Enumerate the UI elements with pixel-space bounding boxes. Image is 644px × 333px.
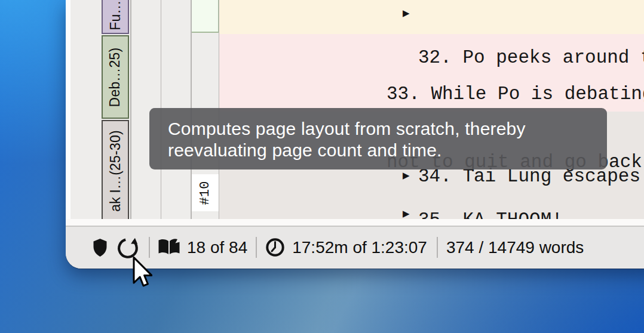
- word-count-label: 374 / 14749 words: [446, 238, 584, 257]
- disclosure-triangle-icon[interactable]: ▶: [403, 209, 410, 218]
- desktop: { "desktop": { "wallpaper_colors": {"azu…: [0, 0, 644, 333]
- clock-icon: [265, 238, 285, 257]
- page-number-cell: #10: [192, 174, 219, 211]
- statusbar-separator: [256, 237, 257, 258]
- window-left-edge: [66, 0, 70, 226]
- sidebar-tab-break[interactable]: ak I…(25-30): [102, 120, 129, 219]
- page-marker-label: #10: [198, 181, 213, 205]
- page-progress-label: 18 of 84: [187, 238, 247, 257]
- column-divider: [130, 0, 131, 219]
- statusbar-separator: [149, 237, 150, 258]
- content-bottom-strip: [66, 219, 644, 226]
- time-progress-label: 17:52m of 1:23:07: [292, 238, 427, 257]
- shield-icon[interactable]: [92, 238, 108, 257]
- sidebar-tab-label: Fu…: [108, 0, 124, 30]
- sidebar-tab-fu[interactable]: Fu…: [102, 0, 129, 34]
- refresh-tooltip: Computes page layout from scratch, there…: [149, 108, 607, 169]
- mouse-cursor: [130, 256, 152, 292]
- book-icon: [157, 238, 181, 257]
- status-bar: 18 of 84 17:52m of 1:23:07 374 / 14749 w…: [66, 227, 644, 269]
- sidebar-tab-label: Deb…25): [108, 47, 124, 107]
- disclosure-triangle-icon[interactable]: ▶: [403, 171, 410, 180]
- outline-item-36[interactable]: 36. CLOSE UP of a gong being: [418, 202, 644, 219]
- statusbar-separator: [437, 237, 438, 258]
- tooltip-line: Computes page layout from scratch, there…: [168, 118, 607, 140]
- tooltip-line: reevaluating page count and time.: [168, 140, 607, 161]
- scene-color-cell: [192, 0, 219, 33]
- sidebar-tab-label: ak I…(25-30): [108, 130, 124, 212]
- sidebar-tab-deb[interactable]: Deb…25): [102, 35, 129, 119]
- disclosure-triangle-icon[interactable]: ▶: [403, 8, 410, 17]
